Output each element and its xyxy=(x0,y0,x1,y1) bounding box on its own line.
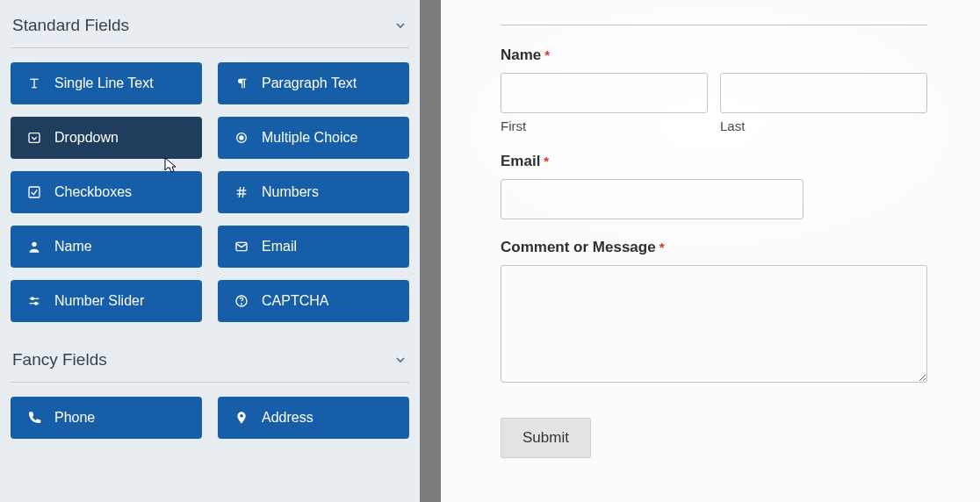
check-icon xyxy=(26,185,42,199)
section-header-standard-fields[interactable]: Standard Fields xyxy=(11,11,409,48)
svg-rect-0 xyxy=(29,133,40,143)
field-label: Address xyxy=(262,410,313,426)
dropdown-icon xyxy=(26,131,42,145)
paragraph-icon xyxy=(234,76,249,90)
field-paragraph-text[interactable]: Paragraph Text xyxy=(218,62,409,104)
required-marker: * xyxy=(659,240,665,255)
first-name-input[interactable] xyxy=(501,73,708,113)
field-phone[interactable]: Phone xyxy=(11,397,202,439)
field-label: Email xyxy=(262,239,297,255)
pin-icon xyxy=(234,411,249,425)
field-email[interactable]: Email xyxy=(218,226,409,268)
first-sub-label: First xyxy=(501,118,708,133)
section-title: Fancy Fields xyxy=(12,350,107,369)
field-label: Numbers xyxy=(262,184,319,200)
text-icon xyxy=(26,76,42,90)
required-marker: * xyxy=(544,154,549,169)
field-name[interactable]: Name xyxy=(11,226,202,268)
fields-sidebar: Standard Fields Single Line Text Paragra… xyxy=(0,0,420,502)
divider xyxy=(501,25,927,25)
svg-point-15 xyxy=(241,304,242,305)
field-single-line-text[interactable]: Single Line Text xyxy=(11,62,202,104)
mail-icon xyxy=(234,240,249,254)
field-dropdown[interactable]: Dropdown xyxy=(11,117,202,159)
field-label: Number Slider xyxy=(54,293,144,309)
field-label: Multiple Choice xyxy=(262,130,357,146)
help-icon xyxy=(234,294,249,308)
field-label: Phone xyxy=(54,410,95,426)
field-checkboxes[interactable]: Checkboxes xyxy=(11,171,202,213)
submit-button[interactable]: Submit xyxy=(501,418,591,458)
message-label: Comment or Message xyxy=(501,239,656,256)
field-label: Checkboxes xyxy=(54,184,132,200)
message-textarea[interactable] xyxy=(501,265,927,383)
chevron-down-icon xyxy=(393,18,407,32)
svg-point-2 xyxy=(240,136,243,140)
svg-point-13 xyxy=(35,302,38,305)
section-title: Standard Fields xyxy=(12,16,129,35)
sliders-icon xyxy=(26,294,42,308)
field-address[interactable]: Address xyxy=(218,397,409,439)
field-label: Paragraph Text xyxy=(262,75,357,91)
radio-icon xyxy=(234,131,249,145)
section-header-fancy-fields[interactable]: Fancy Fields xyxy=(11,345,409,383)
fancy-fields-grid: Phone Address xyxy=(11,397,409,439)
svg-line-6 xyxy=(239,187,240,197)
phone-icon xyxy=(26,411,42,425)
form-field-message: Comment or Message * xyxy=(501,239,927,386)
chevron-down-icon xyxy=(393,353,407,367)
last-name-input[interactable] xyxy=(720,73,927,113)
field-label: Name xyxy=(54,239,92,255)
field-captcha[interactable]: CAPTCHA xyxy=(218,280,409,322)
last-sub-label: Last xyxy=(720,118,927,133)
divider-strip xyxy=(420,0,441,502)
svg-point-12 xyxy=(32,298,34,300)
svg-point-8 xyxy=(32,242,36,247)
field-number-slider[interactable]: Number Slider xyxy=(11,280,202,322)
name-label: Name xyxy=(501,47,541,64)
user-icon xyxy=(26,240,42,254)
hash-icon xyxy=(234,185,249,199)
form-field-name: Name * First Last xyxy=(501,47,927,133)
email-input[interactable] xyxy=(501,179,803,219)
svg-line-7 xyxy=(242,187,243,197)
field-label: CAPTCHA xyxy=(262,293,328,309)
email-label: Email xyxy=(501,153,540,170)
field-numbers[interactable]: Numbers xyxy=(218,171,409,213)
required-marker: * xyxy=(544,47,550,62)
form-preview: Name * First Last Email * xyxy=(441,0,980,502)
standard-fields-grid: Single Line Text Paragraph Text Dropdown… xyxy=(11,62,409,322)
field-multiple-choice[interactable]: Multiple Choice xyxy=(218,117,409,159)
form-field-email: Email * xyxy=(501,153,927,219)
field-label: Single Line Text xyxy=(54,75,154,91)
field-label: Dropdown xyxy=(54,130,119,146)
svg-rect-3 xyxy=(29,187,40,197)
